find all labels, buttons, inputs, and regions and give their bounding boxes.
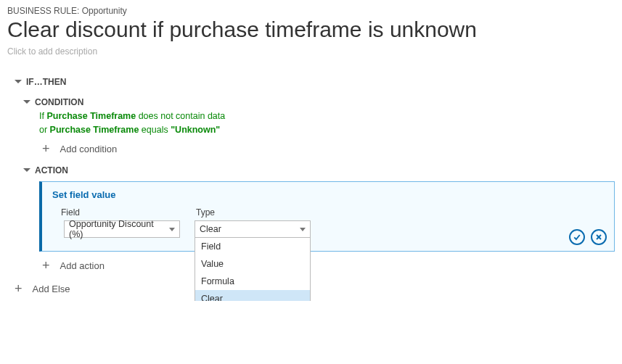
type-option-clear[interactable]: Clear (195, 290, 310, 301)
condition-field: Purchase Timeframe (46, 111, 136, 121)
cancel-button[interactable] (591, 229, 607, 245)
action-card: Set field value Field Opportunity Discou… (39, 181, 615, 252)
check-icon (573, 233, 581, 241)
condition-operator: equals (142, 125, 168, 135)
breadcrumb-prefix: BUSINESS RULE: (7, 6, 79, 16)
add-else-button[interactable]: + Add Else (15, 282, 615, 295)
type-dropdown: Field Value Formula Clear (195, 238, 311, 301)
condition-row[interactable]: If Purchase Timeframe does not contain d… (39, 111, 615, 121)
type-option-field[interactable]: Field (195, 238, 310, 255)
condition-field: Purchase Timeframe (50, 125, 139, 135)
plus-icon: + (42, 142, 50, 155)
condition-operator: does not contain data (139, 111, 226, 121)
condition-row[interactable]: or Purchase Timeframe equals "Unknown" (39, 125, 615, 135)
type-select[interactable]: Clear (195, 220, 311, 238)
type-select-value: Clear (200, 224, 221, 234)
action-header[interactable]: ACTION (23, 165, 615, 175)
ifthen-header[interactable]: IF…THEN (15, 77, 615, 87)
add-condition-label: Add condition (60, 144, 118, 154)
field-label: Field (61, 207, 180, 218)
field-select-value: Opportunity Discount (%) (69, 219, 169, 239)
condition-label: CONDITION (35, 97, 83, 107)
plus-icon: + (42, 259, 50, 272)
chevron-down-icon (23, 100, 30, 104)
type-label: Type (196, 207, 311, 218)
breadcrumb: BUSINESS RULE: Opportunity (7, 6, 615, 16)
action-label: ACTION (35, 165, 68, 175)
condition-value: "Unknown" (171, 125, 220, 135)
add-else-label: Add Else (33, 284, 70, 294)
add-action-button[interactable]: + Add action (42, 259, 615, 272)
ifthen-label: IF…THEN (26, 77, 66, 87)
breadcrumb-entity: Opportunity (82, 6, 127, 16)
close-icon (594, 233, 603, 241)
page-title: Clear discount if purchase timeframe is … (7, 17, 615, 42)
type-option-formula[interactable]: Formula (195, 273, 310, 290)
field-select[interactable]: Opportunity Discount (%) (64, 220, 180, 238)
chevron-down-icon (169, 228, 175, 231)
condition-keyword: or (39, 125, 47, 135)
description-input[interactable]: Click to add description (7, 46, 615, 57)
add-condition-button[interactable]: + Add condition (42, 142, 615, 155)
add-action-label: Add action (60, 260, 105, 271)
chevron-down-icon (300, 228, 306, 231)
condition-keyword: If (39, 111, 44, 121)
chevron-down-icon (23, 168, 30, 172)
confirm-button[interactable] (569, 229, 585, 245)
type-option-value[interactable]: Value (195, 255, 310, 273)
action-card-title: Set field value (52, 189, 604, 200)
condition-header[interactable]: CONDITION (23, 97, 615, 107)
plus-icon: + (15, 282, 22, 295)
chevron-down-icon (15, 80, 22, 83)
